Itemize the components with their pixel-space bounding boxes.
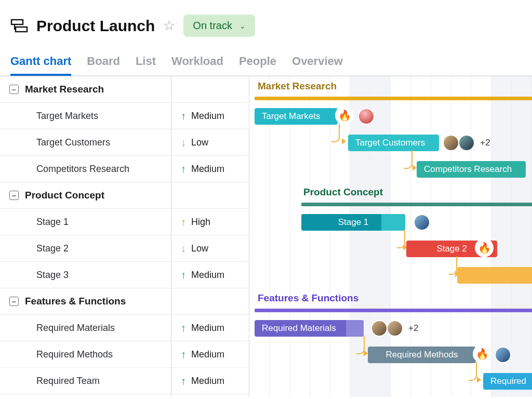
timeline-area[interactable]: Market Research Target Markets 🔥 Target … xyxy=(249,76,532,397)
chevron-down-icon: ⌄ xyxy=(240,22,246,30)
timeline-group-bar xyxy=(255,97,532,100)
priority-down-icon: ↓ xyxy=(181,137,186,149)
priority-column: ↑Medium ↓Low ↑Medium ↑High ↓Low ↑Medium … xyxy=(171,76,249,397)
task-bar-target-markets[interactable]: Target Markets xyxy=(255,108,338,125)
task-competitors-research[interactable]: Competitors Research xyxy=(0,156,171,182)
assignee-avatars[interactable]: +2 xyxy=(374,320,418,337)
timeline-row: Required Materials +2 xyxy=(249,315,532,341)
priority-cell: ↑Medium xyxy=(171,368,249,394)
group-features-functions[interactable]: − Features & Functions xyxy=(0,288,171,315)
task-list-column: − Market Research Target Markets Target … xyxy=(0,76,171,397)
timeline-group-bar xyxy=(301,203,532,206)
timeline-row: Required Methods 🔥 xyxy=(249,341,532,368)
group-label: Market Research xyxy=(25,84,104,95)
priority-up-icon: ↑ xyxy=(181,110,186,122)
priority-up-icon: ↑ xyxy=(181,163,186,175)
priority-label: Medium xyxy=(191,270,224,281)
task-bar-competitors-research[interactable]: Competitors Research xyxy=(417,161,526,178)
avatar-overflow[interactable]: +2 xyxy=(408,323,418,334)
timeline-group-header: Product Concept xyxy=(249,182,532,209)
task-required-materials[interactable]: Required Materials xyxy=(0,315,171,341)
flame-icon: 🔥 xyxy=(475,238,494,257)
priority-cell: ↓Low xyxy=(171,235,249,262)
task-target-markets[interactable]: Target Markets xyxy=(0,103,171,129)
timeline-group-label: Features & Functions xyxy=(258,292,358,304)
avatar[interactable] xyxy=(495,347,511,363)
task-stage-1[interactable]: Stage 1 xyxy=(0,209,171,235)
page-header: Product Launch ☆ On track ⌄ xyxy=(0,0,532,43)
avatar-overflow[interactable]: +2 xyxy=(480,138,490,148)
task-required-team[interactable]: Required Team xyxy=(0,368,171,394)
priority-label: Low xyxy=(191,243,208,254)
priority-label: Low xyxy=(191,137,208,148)
gantt-grid: − Market Research Target Markets Target … xyxy=(0,76,532,397)
tab-overview[interactable]: Overview xyxy=(292,49,343,75)
task-stage-3[interactable]: Stage 3 xyxy=(0,262,171,288)
assignee-avatars[interactable] xyxy=(417,214,430,231)
collapse-icon[interactable]: − xyxy=(9,191,19,200)
avatar[interactable] xyxy=(414,214,430,231)
task-bar-required-team[interactable]: Required xyxy=(483,373,532,390)
assignee-avatars[interactable]: +2 xyxy=(446,135,490,151)
priority-label: Medium xyxy=(191,376,224,387)
group-market-research[interactable]: − Market Research xyxy=(0,76,171,103)
priority-cell: ↑High xyxy=(171,209,249,235)
favorite-star-icon[interactable]: ☆ xyxy=(163,18,175,34)
priority-label: High xyxy=(191,217,210,228)
timeline-group-header: Features & Functions xyxy=(249,288,532,315)
assignee-avatars[interactable] xyxy=(361,108,375,125)
timeline-row: Stage 2 🔥 xyxy=(249,235,532,262)
tab-workload[interactable]: Workload xyxy=(171,49,223,75)
priority-label: Medium xyxy=(191,111,224,122)
timeline-group-header: Market Research xyxy=(249,76,532,103)
status-dropdown[interactable]: On track ⌄ xyxy=(183,15,255,37)
task-bar-target-customers[interactable]: Target Customers xyxy=(348,135,439,151)
priority-cell: ↑Medium xyxy=(171,315,249,341)
project-title: Product Launch xyxy=(36,17,155,35)
task-bar-progress-accent xyxy=(381,214,405,231)
priority-cell: ↑Medium xyxy=(171,103,249,129)
group-label: Features & Functions xyxy=(25,296,126,307)
svg-rect-0 xyxy=(11,20,23,24)
avatar[interactable] xyxy=(458,135,475,151)
priority-cell: ↑Medium xyxy=(171,341,249,368)
assignee-avatars[interactable] xyxy=(498,347,511,363)
task-target-customers[interactable]: Target Customers xyxy=(0,129,171,156)
task-bar-stage-3[interactable] xyxy=(457,267,532,284)
priority-up-icon: ↑ xyxy=(181,322,186,334)
avatar[interactable] xyxy=(371,320,388,337)
task-bar-progress-accent xyxy=(346,320,364,337)
task-stage-2[interactable]: Stage 2 xyxy=(0,235,171,262)
avatar[interactable] xyxy=(387,320,403,337)
tab-list[interactable]: List xyxy=(136,49,156,75)
timeline-row xyxy=(249,262,532,288)
tab-board[interactable]: Board xyxy=(87,49,120,75)
svg-rect-1 xyxy=(16,27,27,32)
timeline-row: Target Markets 🔥 xyxy=(249,103,532,129)
collapse-icon[interactable]: − xyxy=(9,297,19,306)
tab-gantt[interactable]: Gantt chart xyxy=(10,49,71,75)
avatar[interactable] xyxy=(358,108,375,125)
gantt-icon xyxy=(10,18,28,34)
avatar[interactable] xyxy=(443,135,459,151)
timeline-row: Stage 1 xyxy=(249,209,532,235)
timeline-row: Competitors Research xyxy=(249,156,532,182)
timeline-row: Target Customers +2 xyxy=(249,129,532,156)
timeline-group-label: Market Research xyxy=(258,81,337,92)
priority-up-icon: ↑ xyxy=(181,375,186,387)
collapse-icon[interactable]: − xyxy=(9,85,19,94)
view-tabs: Gantt chart Board List Workload People O… xyxy=(0,49,532,76)
group-product-concept[interactable]: − Product Concept xyxy=(0,182,171,209)
priority-cell: ↑Medium xyxy=(171,262,249,288)
priority-down-icon: ↓ xyxy=(181,243,186,255)
flame-icon: 🔥 xyxy=(335,106,354,125)
priority-cell: ↓Low xyxy=(171,129,249,156)
priority-up-icon: ↑ xyxy=(181,216,186,228)
priority-up-icon: ↑ xyxy=(181,269,186,281)
priority-label: Medium xyxy=(191,323,224,334)
timeline-row: Required xyxy=(249,368,532,394)
tab-people[interactable]: People xyxy=(239,49,276,75)
task-required-methods[interactable]: Required Methods xyxy=(0,341,171,368)
group-label: Product Concept xyxy=(25,190,104,201)
task-bar-required-methods[interactable]: Required Methods xyxy=(368,347,476,363)
